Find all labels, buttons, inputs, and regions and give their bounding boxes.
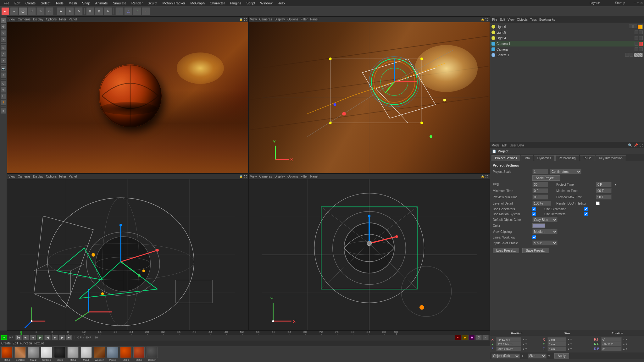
render-active-view-btn[interactable]: ▶ [57,7,65,15]
rot-p-input[interactable] [601,342,622,347]
props-userdata-btn[interactable]: User Data [510,144,524,147]
object-row-camera[interactable]: Camera [490,47,644,52]
props-edit-btn[interactable]: Edit [502,144,507,147]
menu-select[interactable]: Select [38,1,53,6]
mat-item-6[interactable]: Mat.1 [80,347,92,361]
props-mode-btn[interactable]: Mode [491,144,499,147]
btn-autokey[interactable]: ⏺ [469,335,475,340]
color-swatch[interactable] [532,223,545,228]
tool-light[interactable]: ☀ [1,72,6,78]
rot-b-input[interactable] [601,347,622,351]
vp1-cameras[interactable]: Cameras [18,18,31,21]
cb-deformers[interactable] [584,212,588,216]
mat-edit[interactable]: Edit [13,342,18,345]
mat-item-11[interactable]: Darker! [147,347,158,361]
tool-point[interactable]: • [1,58,6,63]
menu-plugins[interactable]: Plugins [227,1,244,6]
mat-item-9[interactable]: Mat.9 [120,347,131,361]
vp1-options[interactable]: Options [46,18,57,21]
tool-measure[interactable]: ⊢ [1,93,6,99]
cb-motion[interactable] [532,212,536,216]
pos-z-input[interactable] [496,347,521,351]
load-preset-btn[interactable]: Load Preset... [493,248,519,253]
props-expand[interactable]: ⛶ [639,143,643,147]
cb-render-lod[interactable] [596,201,600,205]
object-row-sphere1[interactable]: Sphere.1 [490,52,644,58]
tool-extra[interactable]: ≡ [1,108,6,114]
menu-edit[interactable]: Edit [12,1,23,6]
menu-character[interactable]: Character [207,1,227,6]
mat-create[interactable]: Create [1,342,11,345]
tool-rotate[interactable]: ↻ [1,30,6,36]
cbc1-vis[interactable] [635,42,638,46]
tool-paint[interactable]: ✎ [1,87,6,93]
size-y-input[interactable] [547,342,566,347]
btn-record[interactable]: ● [455,335,461,340]
mat-item-5[interactable]: Mat.1 [67,347,79,361]
tab-key-interpolation[interactable]: Key Interpolation [596,155,626,161]
vp4-filter[interactable]: Filter [301,175,308,178]
btn-goto-start[interactable]: |◀ [15,335,22,340]
edge-mode-btn[interactable]: / [133,7,141,15]
cbs1-vis[interactable] [625,53,629,57]
btn-next-key[interactable]: |▶ [59,335,65,340]
input-project-scale[interactable] [532,169,548,174]
close-btn[interactable]: ✕ [640,1,643,5]
cb4-vis[interactable] [635,36,638,40]
menu-tools[interactable]: Tools [53,1,66,6]
om-objects[interactable]: Objects [517,18,528,21]
select-size-mode[interactable]: Size Scale [528,354,547,359]
om-edit[interactable]: Edit [500,18,505,21]
tool-sculpt[interactable]: ⊙ [1,81,6,86]
mat-item-2[interactable]: Mat.2 [28,347,39,361]
props-search[interactable]: 🔍 [628,143,632,147]
btn-prev-key[interactable]: ◀| [23,335,29,340]
btn-keyframe[interactable]: ◆ [462,335,468,340]
cb4-render[interactable] [639,36,643,40]
mat-item-8[interactable]: Piping [107,347,118,361]
maximize-btn[interactable]: □ [637,1,639,5]
om-bookmarks[interactable]: Bookmarks [539,18,555,21]
input-prev-max[interactable] [596,195,612,200]
vp4-view[interactable]: View [250,175,257,178]
vp4-lock[interactable]: 🔒 [481,175,484,178]
vp2-lock[interactable]: 🔒 [481,18,484,21]
vp4-expand[interactable]: ⛶ [486,175,488,178]
menu-render[interactable]: Render [129,1,145,6]
proj-time-spin-up[interactable]: ▲ [614,183,617,186]
vp1-view[interactable]: View [8,18,15,21]
vp1-expand[interactable]: ⛶ [244,18,247,21]
menu-animate[interactable]: Animate [93,1,110,6]
size-z-input[interactable] [547,347,566,351]
cb-expression[interactable] [584,207,588,211]
om-view[interactable]: View [508,18,514,21]
scale-project-btn[interactable]: Scale Project... [532,175,560,181]
input-prev-min[interactable] [532,195,548,200]
tool-camera[interactable]: 📷 [1,66,6,72]
move-btn[interactable]: ✛ [28,7,36,15]
btn-play-reverse[interactable]: ◀ [44,335,51,340]
vp4-cameras[interactable]: Cameras [259,175,272,178]
scale-btn[interactable]: ⤡ [36,7,45,15]
vp1-filter[interactable]: Filter [59,18,66,21]
menu-create[interactable]: Create [23,1,38,6]
vp3-filter[interactable]: Filter [59,175,66,178]
cb-generators[interactable] [532,207,536,211]
object-row-light4[interactable]: Light.4 [490,35,644,41]
cb5-render[interactable] [639,30,643,34]
cb-linear-workflow[interactable] [532,235,536,239]
om-file[interactable]: File [492,18,497,21]
vp3-cameras[interactable]: Cameras [18,175,31,178]
point-mode-btn[interactable]: · [142,7,150,15]
live-select-btn[interactable] [19,7,27,15]
viewport-perspective-wire[interactable]: View Cameras Display Options Filter Pane… [7,173,248,331]
vp1-panel[interactable]: Panel [69,18,77,21]
pos-y-input[interactable] [496,342,521,347]
size-x-input[interactable] [547,337,566,342]
window-controls[interactable]: ─ □ ✕ [634,1,643,5]
apply-btn[interactable]: Apply [554,353,569,359]
tab-dynamics[interactable]: Dynamics [534,155,555,161]
viewport-front[interactable]: View Cameras Display Options Filter Pane… [248,173,490,331]
vp1-lock[interactable]: 🔒 [239,18,243,21]
om-tags[interactable]: Tags [530,18,537,21]
